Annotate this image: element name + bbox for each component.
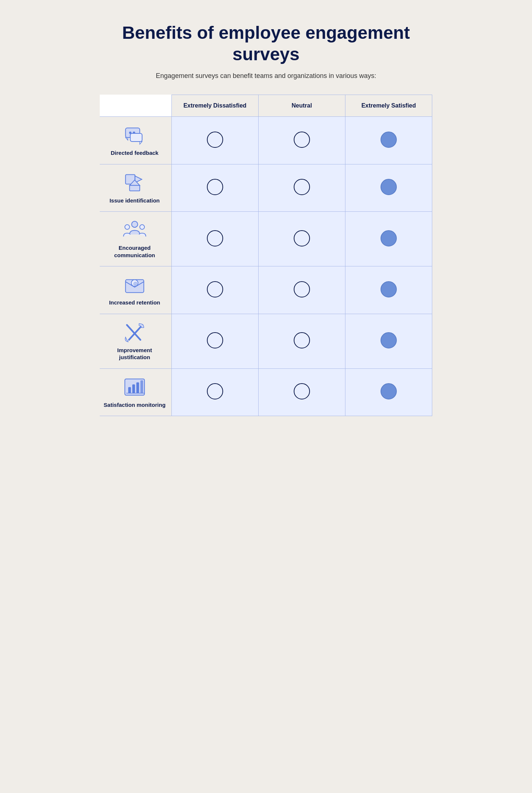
page-subtitle: Engagement surveys can benefit teams and… — [100, 72, 432, 80]
cell-encouraged-communication-col-satisfied[interactable] — [345, 212, 432, 266]
row-label-container: Directed feedback — [103, 124, 166, 157]
cell-improvement-justification-col-satisfied[interactable] — [345, 314, 432, 368]
radio-filled[interactable] — [381, 132, 397, 148]
header-row-label — [100, 95, 171, 117]
svg-point-9 — [125, 225, 130, 229]
row-label-directed-feedback: Directed feedback — [100, 117, 171, 164]
cell-improvement-justification-col-neutral[interactable] — [258, 314, 345, 368]
radio-empty[interactable] — [207, 332, 223, 348]
header-col1: Extremely Dissatisfied — [171, 95, 258, 117]
radio-empty[interactable] — [294, 230, 310, 246]
table-row-improvement-justification: Improvement justification — [100, 314, 432, 368]
cell-satisfaction-monitoring-col-neutral[interactable] — [258, 368, 345, 416]
cell-encouraged-communication-col-dissatisfied[interactable] — [171, 212, 258, 266]
cell-satisfaction-monitoring-col-satisfied[interactable] — [345, 368, 432, 416]
radio-empty[interactable] — [294, 179, 310, 195]
radio-empty[interactable] — [207, 230, 223, 246]
cell-increased-retention-col-dissatisfied[interactable] — [171, 266, 258, 314]
people-group-icon — [122, 219, 147, 241]
page-container: Benefits of employee engagement surveys … — [100, 15, 432, 416]
radio-empty[interactable] — [294, 281, 310, 297]
header-col2: Neutral — [258, 95, 345, 117]
bar-chart-icon — [122, 376, 147, 398]
table-row-issue-identification: Issue identification — [100, 164, 432, 212]
svg-rect-20 — [140, 380, 143, 393]
radio-empty[interactable] — [294, 332, 310, 348]
table-row-increased-retention: @ Increased retention — [100, 266, 432, 314]
cell-issue-identification-col-satisfied[interactable] — [345, 164, 432, 212]
svg-rect-7 — [130, 186, 140, 191]
row-label-text: Directed feedback — [111, 149, 158, 157]
row-label-increased-retention: @ Increased retention — [100, 266, 171, 314]
row-label-text: Increased retention — [109, 299, 160, 306]
email-envelope-icon: @ — [122, 274, 147, 296]
cell-satisfaction-monitoring-col-dissatisfied[interactable] — [171, 368, 258, 416]
cell-encouraged-communication-col-neutral[interactable] — [258, 212, 345, 266]
radio-filled[interactable] — [381, 230, 397, 246]
row-label-encouraged-communication: Encouraged communication — [100, 212, 171, 266]
tools-wrench-icon — [122, 321, 147, 344]
row-label-text: Encouraged communication — [103, 244, 166, 259]
svg-point-8 — [132, 221, 138, 227]
page-title: Benefits of employee engagement surveys — [100, 22, 432, 65]
svg-point-10 — [140, 225, 144, 229]
row-label-satisfaction-monitoring: Satisfaction monitoring — [100, 368, 171, 416]
cell-increased-retention-col-satisfied[interactable] — [345, 266, 432, 314]
table-row-satisfaction-monitoring: Satisfaction monitoring — [100, 368, 432, 416]
flag-shapes-icon — [122, 172, 147, 194]
table-row-encouraged-communication: Encouraged communication — [100, 212, 432, 266]
svg-line-14 — [127, 325, 140, 340]
radio-filled[interactable] — [381, 383, 397, 399]
svg-text:@: @ — [133, 281, 137, 285]
row-label-issue-identification: Issue identification — [100, 164, 171, 212]
radio-empty[interactable] — [294, 132, 310, 148]
cell-directed-feedback-col-neutral[interactable] — [258, 117, 345, 164]
cell-increased-retention-col-neutral[interactable] — [258, 266, 345, 314]
table-row-directed-feedback: Directed feedback — [100, 117, 432, 164]
svg-rect-19 — [136, 382, 139, 393]
header-col3: Extremely Satisfied — [345, 95, 432, 117]
row-label-container: Encouraged communication — [103, 219, 166, 259]
radio-filled[interactable] — [381, 281, 397, 297]
radio-empty[interactable] — [207, 383, 223, 399]
radio-empty[interactable] — [207, 179, 223, 195]
cell-issue-identification-col-neutral[interactable] — [258, 164, 345, 212]
cell-issue-identification-col-dissatisfied[interactable] — [171, 164, 258, 212]
row-label-container: @ Increased retention — [103, 274, 166, 306]
row-label-container: Issue identification — [103, 172, 166, 204]
svg-rect-3 — [130, 133, 142, 142]
row-label-container: Satisfaction monitoring — [103, 376, 166, 409]
cell-directed-feedback-col-satisfied[interactable] — [345, 117, 432, 164]
row-label-text: Issue identification — [109, 197, 160, 204]
svg-line-15 — [129, 325, 143, 340]
radio-filled[interactable] — [381, 179, 397, 195]
row-label-improvement-justification: Improvement justification — [100, 314, 171, 368]
svg-rect-18 — [132, 384, 135, 393]
cell-improvement-justification-col-dissatisfied[interactable] — [171, 314, 258, 368]
row-label-container: Improvement justification — [103, 321, 166, 361]
radio-empty[interactable] — [207, 281, 223, 297]
row-label-text: Satisfaction monitoring — [104, 401, 166, 409]
radio-empty[interactable] — [294, 383, 310, 399]
chat-bubbles-icon — [122, 124, 147, 146]
radio-filled[interactable] — [381, 332, 397, 348]
cell-directed-feedback-col-dissatisfied[interactable] — [171, 117, 258, 164]
survey-table: Extremely Dissatisfied Neutral Extremely… — [100, 95, 432, 416]
svg-rect-17 — [128, 387, 131, 394]
row-label-text: Improvement justification — [103, 347, 166, 361]
radio-empty[interactable] — [207, 132, 223, 148]
